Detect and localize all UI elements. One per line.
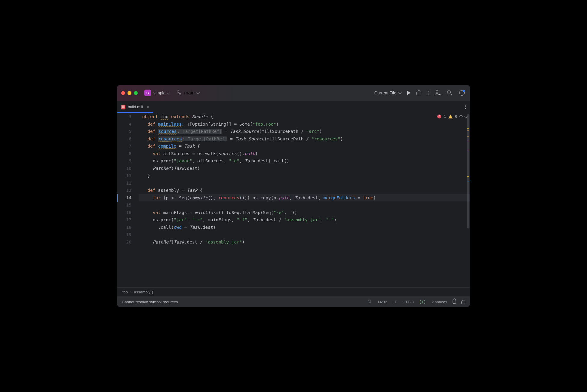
warning-marker[interactable]: [467, 141, 469, 141]
warning-marker[interactable]: [467, 150, 469, 150]
line-number[interactable]: 15: [117, 201, 131, 209]
prev-highlight-button[interactable]: [459, 115, 463, 118]
tab-mode-indicator[interactable]: [T]: [419, 300, 426, 304]
vcs-branch-widget[interactable]: main: [177, 90, 199, 96]
warning-marker[interactable]: [467, 136, 469, 137]
warning-icon: [448, 115, 453, 118]
line-number[interactable]: 19: [117, 231, 131, 238]
line-number[interactable]: 17: [117, 216, 131, 224]
code-line: def compile = Task {: [139, 142, 470, 150]
notification-dot-icon: [463, 90, 465, 92]
chevron-down-icon: [196, 91, 200, 94]
line-number[interactable]: 12: [117, 179, 131, 187]
line-number[interactable]: 14: [117, 194, 131, 202]
line-number[interactable]: 11: [117, 172, 131, 179]
code-line: .call(cwd = Task.dest): [139, 224, 470, 231]
code-line: def resources: Target[PathRef] = Task.So…: [139, 135, 470, 143]
line-number[interactable]: 3: [117, 113, 131, 121]
error-marker[interactable]: [467, 181, 470, 181]
close-window-button[interactable]: [121, 91, 125, 95]
warning-count: 9: [455, 114, 457, 119]
mill-file-icon: [121, 105, 125, 109]
inspections-widget[interactable]: 1 9: [437, 114, 467, 119]
tab-build-mill[interactable]: build.mill ×: [117, 101, 153, 113]
code-area[interactable]: object foo extends Module { def mainClas…: [139, 113, 470, 287]
code-editor[interactable]: 1 9 3 4 5 6 7 8 9 10 11 12 13 14 15 16 1…: [117, 113, 470, 287]
code-with-me-icon[interactable]: +: [435, 90, 440, 96]
breadcrumb: foo › assembly(): [117, 287, 470, 296]
notifications-bell-icon[interactable]: [461, 300, 465, 304]
tab-more-button[interactable]: [465, 105, 466, 109]
titlebar: S simple main Current File +: [117, 85, 470, 101]
warning-marker[interactable]: [467, 130, 469, 131]
readonly-lock-icon[interactable]: [453, 300, 456, 304]
line-number[interactable]: 10: [117, 165, 131, 172]
code-line: }: [139, 172, 470, 179]
line-number[interactable]: 16: [117, 209, 131, 216]
code-line: def sources: Target[PathRef] = Task.Sour…: [139, 128, 470, 135]
minimize-window-button[interactable]: [128, 91, 131, 95]
line-number[interactable]: 9: [117, 157, 131, 165]
line-col-widget[interactable]: 14:32: [377, 300, 387, 304]
run-config-group: Current File: [374, 90, 429, 95]
titlebar-right-icons: +: [435, 90, 465, 96]
next-highlight-button[interactable]: [464, 115, 467, 118]
code-line: os.proc("jar", "-c", mainFlags, "-f", Ta…: [139, 216, 470, 224]
code-line: def mainClass: T[Option[String]] = Some(…: [139, 121, 470, 128]
status-message: Cannot resolve symbol reources: [122, 300, 178, 304]
line-number[interactable]: 18: [117, 224, 131, 231]
run-config-label: Current File: [374, 90, 396, 95]
swap-indicator[interactable]: ⇅: [368, 299, 372, 304]
info-marker[interactable]: [467, 182, 469, 182]
editor-tabs: build.mill ×: [117, 101, 470, 113]
code-line: [139, 201, 470, 209]
line-number[interactable]: 8: [117, 150, 131, 158]
close-tab-button[interactable]: ×: [147, 105, 149, 109]
line-number[interactable]: 7: [117, 142, 131, 150]
maximize-window-button[interactable]: [134, 91, 138, 95]
line-number[interactable]: 5: [117, 128, 131, 135]
more-actions-button[interactable]: [427, 91, 429, 95]
line-number[interactable]: 4: [117, 121, 131, 128]
editor-scrollbar[interactable]: [466, 113, 470, 287]
code-line: object foo extends Module {: [139, 113, 470, 121]
project-badge[interactable]: S: [144, 90, 151, 96]
settings-icon[interactable]: [459, 90, 465, 96]
code-line: val mainFlags = mainClass().toSeq.flatMa…: [139, 209, 470, 216]
breadcrumb-segment[interactable]: assembly(): [134, 290, 153, 294]
line-separator-widget[interactable]: LF: [392, 300, 397, 304]
warning-marker[interactable]: [467, 176, 469, 177]
code-line: for (p <- Seq(compile(), reources())) os…: [139, 194, 470, 202]
code-line: [139, 231, 470, 238]
scrollbar-thumb[interactable]: [467, 114, 469, 228]
error-icon: [437, 115, 441, 118]
search-icon[interactable]: [447, 90, 452, 95]
branch-icon: [177, 90, 182, 95]
gutter: 3 4 5 6 7 8 9 10 11 12 13 14 15 16 17 18…: [117, 113, 139, 287]
encoding-widget[interactable]: UTF-8: [403, 300, 414, 304]
branch-name: main: [184, 90, 195, 96]
tab-filename: build.mill: [128, 105, 143, 109]
ide-window: S simple main Current File + build.m: [117, 85, 470, 307]
debug-button[interactable]: [416, 90, 421, 95]
code-line: PathRef(Task.dest): [139, 165, 470, 172]
line-number[interactable]: 20: [117, 238, 131, 246]
code-line: val allSources = os.walk(sources().path): [139, 150, 470, 158]
status-bar: Cannot resolve symbol reources ⇅ 14:32 L…: [117, 296, 470, 307]
line-number[interactable]: 13: [117, 187, 131, 194]
error-count: 1: [444, 114, 446, 119]
code-line: def assembly = Task {: [139, 187, 470, 194]
code-line: [139, 179, 470, 187]
window-controls: [121, 91, 138, 95]
indent-widget[interactable]: 2 spaces: [432, 300, 447, 304]
warning-marker[interactable]: [467, 128, 469, 129]
run-config-select[interactable]: Current File: [374, 90, 401, 95]
chevron-down-icon[interactable]: [167, 91, 170, 94]
line-number[interactable]: 6: [117, 135, 131, 143]
chevron-down-icon: [398, 91, 401, 94]
code-line: PathRef(Task.dest / "assembly.jar"): [139, 238, 470, 246]
run-button[interactable]: [407, 91, 410, 95]
breadcrumb-segment[interactable]: foo: [122, 290, 128, 294]
code-line: os.proc("javac", allSources, "-d", Task.…: [139, 157, 470, 165]
project-name[interactable]: simple: [153, 90, 165, 95]
